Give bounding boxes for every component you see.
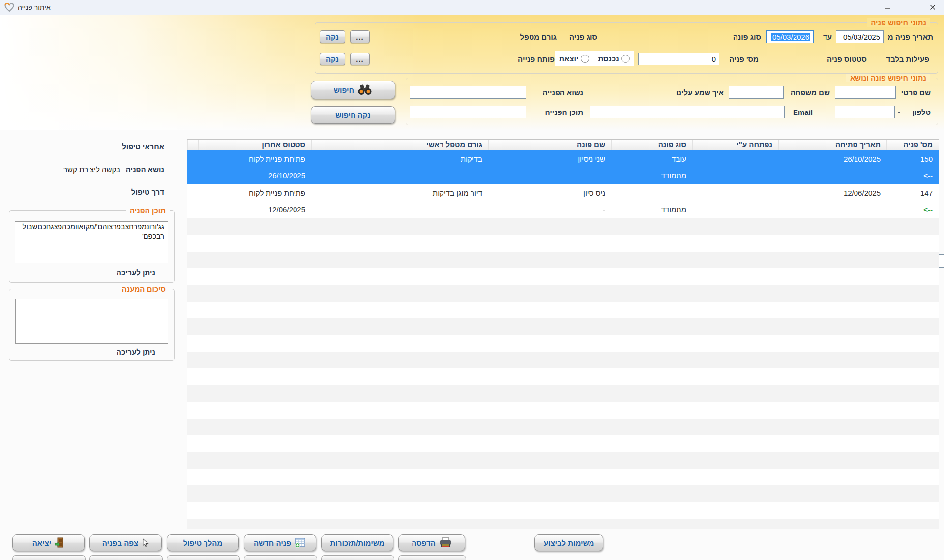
care-flow-button[interactable]: מהלך טיפול — [167, 534, 239, 551]
care-owner-label: אחראי טיפול — [122, 142, 164, 151]
content-textarea[interactable]: גג'ורונמפרחצבפרצוהם'/מקואוומכהפצגחכםשבול… — [15, 221, 168, 263]
opener-clear-button[interactable]: נקה — [320, 53, 345, 65]
subject-input[interactable] — [410, 86, 526, 99]
restore-button[interactable] — [899, 0, 921, 15]
minimize-icon — [885, 4, 890, 10]
cell-last-status: 26/10/2025 — [198, 171, 311, 180]
results-table: מס' פניה תאריך פתיחה נפתחה ע"י סוג פונה … — [187, 139, 939, 529]
tasks-todo-label: משימות לביצוע — [544, 539, 594, 547]
inquiry-search-title: נתוני חיפוש פניה — [867, 18, 930, 27]
cursor-icon — [142, 538, 149, 548]
minimize-button[interactable] — [876, 0, 899, 15]
window-controls — [876, 0, 944, 15]
close-button[interactable] — [921, 0, 944, 15]
partial-button[interactable] — [12, 555, 86, 560]
header-main-handler[interactable]: גורם מטפל ראשי — [311, 140, 488, 150]
clear-label: נקה — [326, 55, 339, 63]
outgoing-radio[interactable] — [581, 55, 589, 63]
incoming-label: נכנסת — [598, 55, 619, 63]
cell-main-handler: דיור מוגן בדיקות — [311, 189, 488, 197]
header-last-status[interactable]: סטטוס אחרון — [198, 140, 311, 150]
empty-rows-area[interactable] — [187, 218, 939, 529]
partial-button[interactable] — [321, 555, 394, 560]
partial-button[interactable] — [244, 555, 317, 560]
opener-browse-button[interactable]: ... — [350, 53, 370, 65]
tasks-reminders-button[interactable]: משימות/תזכורות — [321, 534, 393, 551]
header-open-date[interactable]: תאריך פתיחה — [778, 140, 886, 150]
cell-caller-type: מתמודד — [611, 171, 692, 180]
topic-value: בקשה ליצירת קשר — [63, 166, 120, 174]
view-inquiry-label: צפה בפניה — [102, 539, 138, 547]
row-line-1: 150 26/10/2025 עובד שני ניסיון בדיקות פת… — [187, 150, 939, 167]
cell-arrow: <-- — [886, 205, 939, 214]
date-from-label: תאריך פניה מ — [888, 33, 933, 41]
date-from-value: 05/03/2025 — [843, 33, 880, 41]
summary-group-title: סיכום המענה — [118, 285, 170, 293]
email-label: Email — [793, 108, 813, 116]
close-icon — [930, 4, 936, 10]
cell-caller-name: - — [488, 205, 611, 214]
clear-search-button[interactable]: נקה חיפוש — [311, 106, 395, 124]
incoming-radio-item[interactable]: נכנסת — [598, 55, 629, 63]
active-only-label: פעילות בלבד — [886, 55, 929, 63]
search-button-label: חיפוש — [334, 86, 354, 94]
tasks-todo-button[interactable]: משימות לביצוע — [534, 534, 603, 551]
status-label: סטטוס פניה — [827, 55, 867, 63]
table-row[interactable]: 150 26/10/2025 עובד שני ניסיון בדיקות פת… — [187, 150, 939, 184]
browse-label: ... — [356, 33, 364, 41]
cell-last-status: פתיחת פניית לקוח — [198, 155, 311, 163]
email-input[interactable] — [590, 106, 785, 118]
cell-arrow: <-- — [886, 171, 939, 180]
partial-button[interactable] — [89, 555, 163, 560]
care-method-label: דרך טיפול — [131, 188, 164, 196]
inquiry-number-input[interactable]: 0 — [638, 53, 719, 65]
new-form-icon — [295, 537, 306, 548]
phone-input[interactable] — [835, 106, 895, 118]
header-caller-name[interactable]: שם פונה — [488, 140, 611, 150]
date-to-input[interactable]: 05/03/2026 — [766, 30, 814, 43]
header-opened-by[interactable]: נפתחה ע"י — [692, 140, 778, 150]
clear-label: נקה — [326, 33, 339, 41]
cell-caller-type: מתמודד — [611, 205, 692, 214]
content-search-label: תוכן הפנייה — [545, 108, 583, 116]
view-inquiry-button[interactable]: צפה בפניה — [89, 534, 162, 551]
outgoing-radio-item[interactable]: יוצאת — [559, 55, 589, 63]
last-name-input[interactable] — [729, 86, 784, 99]
printer-icon — [439, 537, 452, 548]
content-search-input[interactable] — [410, 106, 526, 118]
summary-textarea[interactable] — [15, 299, 168, 344]
date-to-label: עד — [823, 33, 832, 41]
search-button[interactable]: חיפוש — [311, 81, 395, 99]
cell-last-status: פתיחת פניית לקוח — [198, 189, 311, 197]
print-label: הדפסה — [412, 539, 436, 547]
first-name-input[interactable] — [835, 86, 896, 99]
print-button[interactable]: הדפסה — [398, 534, 465, 551]
content-group-title: תוכן הפניה — [126, 206, 170, 215]
clear-search-label: נקה חיפוש — [335, 111, 370, 119]
first-name-label: שם פרטי — [901, 88, 931, 97]
row-line-2: <-- מתמודד 26/10/2025 — [187, 167, 939, 184]
row-line-2: <-- מתמודד - 12/06/2025 — [187, 201, 939, 218]
date-from-input[interactable]: 05/03/2025 — [836, 30, 884, 43]
handler-label: גורם מטפל — [520, 33, 557, 41]
app-logo-icon — [4, 3, 15, 12]
header-inquiry-no[interactable]: מס' פניה — [886, 140, 939, 150]
row-line-1: 147 12/06/2025 ניס סיון דיור מוגן בדיקות… — [187, 184, 939, 201]
partial-button[interactable] — [167, 555, 240, 560]
cell-caller-type: עובד — [611, 155, 692, 163]
partial-button[interactable] — [398, 555, 466, 560]
handler-clear-button[interactable]: נקה — [320, 30, 345, 43]
cell-main-handler: בדיקות — [311, 155, 488, 163]
outgoing-label: יוצאת — [559, 55, 578, 63]
subject-label: נשוא הפנייה — [543, 88, 583, 97]
handler-browse-button[interactable]: ... — [350, 30, 370, 43]
window-title: איתור פנייה — [18, 3, 51, 11]
exit-button[interactable]: יציאה — [12, 534, 85, 551]
incoming-radio[interactable] — [621, 55, 630, 63]
cell-open-date: 12/06/2025 — [778, 189, 886, 197]
table-row[interactable]: 147 12/06/2025 ניס סיון דיור מוגן בדיקות… — [187, 184, 939, 218]
new-inquiry-button[interactable]: פניה חדשה — [244, 534, 316, 551]
header-caller-type[interactable]: סוג פונה — [611, 140, 692, 150]
new-inquiry-label: פניה חדשה — [254, 539, 291, 547]
phone-separator: - — [898, 108, 900, 116]
